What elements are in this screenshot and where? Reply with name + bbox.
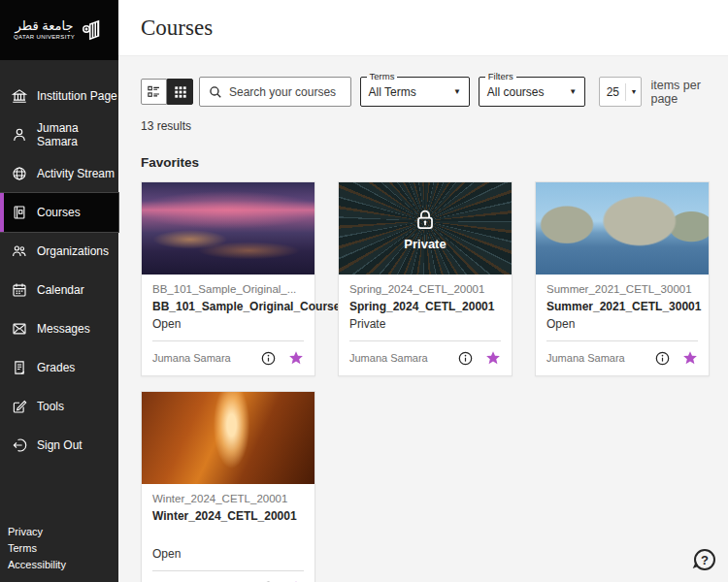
course-status: Private <box>349 317 501 331</box>
sidebar-item-tools[interactable]: Tools <box>0 387 118 426</box>
chevron-down-icon: ▼ <box>626 88 641 95</box>
sidebar-item-label: Jumana Samara <box>37 121 118 148</box>
page-title: Courses <box>141 16 213 41</box>
filters-select-value: All courses <box>487 85 545 99</box>
courses-toolbar: Terms All Terms ▼ Filters All courses ▼ … <box>141 77 728 107</box>
terms-select[interactable]: Terms All Terms ▼ <box>360 77 470 107</box>
sidebar-item-label: Courses <box>37 206 81 219</box>
page-size-value: 25 <box>600 85 625 99</box>
course-name-link[interactable]: Winter_2024_CETL_20001 <box>152 509 304 524</box>
view-toggle <box>141 79 193 105</box>
divider <box>152 340 304 341</box>
university-building-icon <box>80 17 105 43</box>
private-overlay: Private <box>339 182 512 275</box>
course-id: Winter_2024_CETL_20001 <box>152 493 304 504</box>
list-view-button[interactable] <box>141 79 167 105</box>
terms-select-label: Terms <box>367 71 398 81</box>
sidebar-footer-links: Privacy Terms Accessibility <box>8 524 66 573</box>
sidebar-item-activity-stream[interactable]: Activity Stream <box>0 154 118 193</box>
filters-select-label: Filters <box>485 71 516 81</box>
university-logo[interactable]: جامعة قطر QATAR UNIVERSITY <box>0 0 118 60</box>
course-info-button[interactable] <box>261 351 276 366</box>
accessibility-link[interactable]: Accessibility <box>8 557 66 573</box>
course-info-button[interactable] <box>458 351 473 366</box>
favorite-star-icon[interactable] <box>682 350 698 366</box>
chevron-down-icon: ▼ <box>453 87 461 96</box>
sidebar-item-label: Sign Out <box>37 438 83 452</box>
course-status: Open <box>152 547 304 561</box>
course-name-link[interactable]: Spring_2024_CETL_20001 <box>349 300 501 314</box>
filters-select[interactable]: Filters All courses ▼ <box>479 77 585 107</box>
terms-link[interactable]: Terms <box>8 540 66 557</box>
results-count: 13 results <box>141 119 728 133</box>
sidebar-item-label: Tools <box>37 400 64 413</box>
divider <box>152 570 304 571</box>
content-area: Terms All Terms ▼ Filters All courses ▼ … <box>118 55 728 582</box>
envelope-icon <box>11 320 28 338</box>
divider <box>546 340 698 341</box>
course-owner: Jumana Samara <box>152 352 261 364</box>
sidebar-item-organizations[interactable]: Organizations <box>0 232 118 271</box>
sidebar-item-sign-out[interactable]: Sign Out <box>0 426 118 465</box>
course-name-link[interactable]: Summer_2021_CETL_30001 <box>546 300 698 314</box>
grades-icon <box>11 359 28 376</box>
course-banner-image <box>142 182 314 275</box>
sidebar-item-label: Grades <box>37 361 75 374</box>
course-card[interactable]: Private Spring_2024_CETL_20001 Spring_20… <box>338 181 513 376</box>
course-status: Open <box>546 317 698 331</box>
pencil-square-icon <box>11 398 28 415</box>
sidebar-item-label: Organizations <box>37 244 109 258</box>
search-input[interactable] <box>229 85 342 99</box>
page-header: Courses <box>118 0 728 55</box>
sidebar-item-label: Messages <box>37 322 90 336</box>
privacy-link[interactable]: Privacy <box>8 524 66 540</box>
course-owner: Jumana Samara <box>349 352 458 364</box>
sidebar-item-label: Institution Page <box>37 89 117 103</box>
chevron-down-icon: ▼ <box>569 87 577 96</box>
course-id: Summer_2021_CETL_30001 <box>546 283 698 295</box>
help-button[interactable]: ? <box>694 549 715 570</box>
sidebar-item-label: Calendar <box>37 283 84 297</box>
items-per-page-label: items per page <box>650 79 728 106</box>
favorite-star-icon[interactable] <box>485 350 501 366</box>
course-id: BB_101_Sample_Original_... <box>152 283 304 295</box>
sidebar-item-grades[interactable]: Grades <box>0 348 118 387</box>
sidebar-item-label: Activity Stream <box>37 167 115 180</box>
sidebar-item-profile[interactable]: Jumana Samara <box>0 115 118 154</box>
sidebar-item-messages[interactable]: Messages <box>0 309 118 348</box>
course-card[interactable]: BB_101_Sample_Original_... BB_101_Sample… <box>141 181 315 376</box>
institution-icon <box>11 87 28 105</box>
terms-select-value: All Terms <box>369 85 416 99</box>
sidebar-item-institution-page[interactable]: Institution Page <box>0 77 118 115</box>
course-info-button[interactable] <box>655 351 670 366</box>
grid-view-icon <box>174 85 187 99</box>
sidebar-item-courses[interactable]: Courses <box>0 193 118 232</box>
course-banner-image: Private <box>339 182 512 275</box>
globe-icon <box>11 165 28 182</box>
course-banner-image <box>536 182 709 275</box>
main-area: Courses <box>118 0 728 582</box>
course-card-grid: BB_101_Sample_Original_... BB_101_Sample… <box>141 181 713 582</box>
lock-icon <box>412 207 439 234</box>
favorite-star-icon[interactable] <box>288 350 304 366</box>
calendar-icon <box>11 281 28 299</box>
list-view-icon <box>147 84 161 99</box>
page-size-select[interactable]: 25 ▼ <box>599 77 642 107</box>
course-card[interactable]: Winter_2024_CETL_20001 Winter_2024_CETL_… <box>141 391 315 582</box>
favorites-heading: Favorites <box>141 155 728 170</box>
sign-out-icon <box>11 436 28 454</box>
course-card[interactable]: Summer_2021_CETL_30001 Summer_2021_CETL_… <box>535 181 710 376</box>
course-owner: Jumana Samara <box>546 352 655 364</box>
book-icon <box>11 204 28 221</box>
grid-view-button[interactable] <box>167 79 193 105</box>
people-icon <box>11 242 28 260</box>
sidebar-nav: Institution Page Jumana Samara Activity … <box>0 60 118 465</box>
course-banner-image <box>142 392 314 484</box>
search-icon <box>209 85 222 99</box>
course-name-link[interactable]: BB_101_Sample_Original_Course <box>152 300 304 314</box>
logo-english-text: QATAR UNIVERSITY <box>14 34 75 41</box>
private-overlay-label: Private <box>404 237 446 251</box>
sidebar: جامعة قطر QATAR UNIVERSITY Institution P… <box>0 0 118 582</box>
course-status: Open <box>152 317 304 331</box>
sidebar-item-calendar[interactable]: Calendar <box>0 271 118 309</box>
